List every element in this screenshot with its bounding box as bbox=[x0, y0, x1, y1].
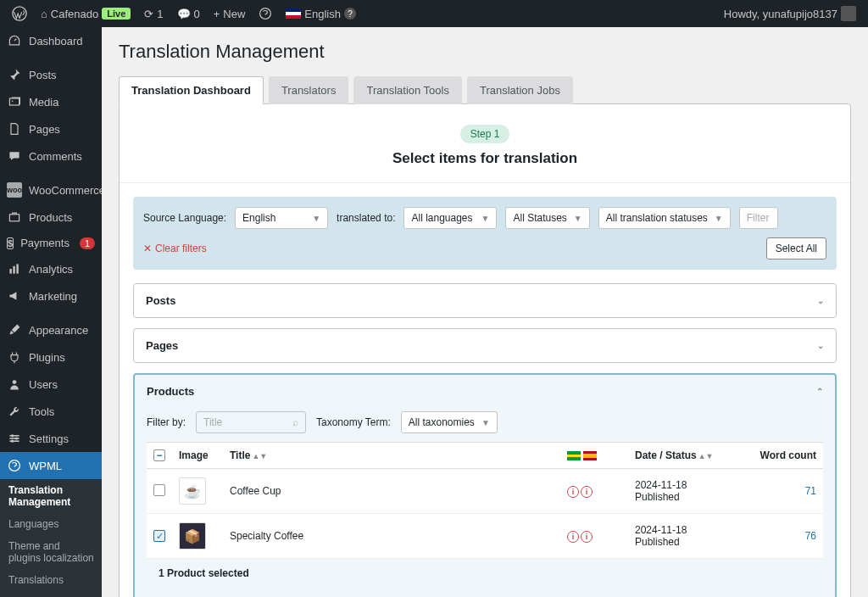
taxonomy-label: Taxonomy Term: bbox=[316, 416, 391, 428]
sidebar-label: WooCommerce bbox=[29, 184, 102, 197]
svg-point-14 bbox=[11, 440, 14, 443]
user-icon bbox=[7, 377, 22, 392]
sidebar-item-marketing[interactable]: Marketing bbox=[0, 282, 102, 310]
sub-translation-management[interactable]: Translation Management bbox=[0, 479, 102, 513]
svg-point-8 bbox=[13, 380, 17, 384]
select-all-button[interactable]: Select All bbox=[766, 237, 826, 259]
select-value: All taxonomies bbox=[409, 416, 475, 428]
sidebar-item-comments[interactable]: Comments bbox=[0, 142, 102, 170]
trans-status-select[interactable]: All translation statuses▼ bbox=[598, 207, 731, 229]
svg-rect-4 bbox=[9, 215, 19, 221]
tab-tools[interactable]: Translation Tools bbox=[353, 76, 462, 104]
sidebar-item-posts[interactable]: Posts bbox=[0, 61, 102, 88]
sidebar-label: Products bbox=[29, 211, 72, 224]
sidebar-item-analytics[interactable]: Analytics bbox=[0, 255, 102, 282]
col-title[interactable]: Title▲▼ bbox=[223, 443, 560, 469]
tab-translators[interactable]: Translators bbox=[269, 76, 349, 104]
products-table: Image Title▲▼ Date / Status▲▼ Word count… bbox=[147, 442, 823, 559]
step-badge: Step 1 bbox=[460, 125, 510, 143]
source-lang-select[interactable]: English▼ bbox=[235, 207, 328, 229]
spain-flag-icon bbox=[583, 451, 597, 460]
sub-menus-sync[interactable]: WP Menus Sync bbox=[0, 591, 102, 597]
sidebar-item-tools[interactable]: Tools bbox=[0, 398, 102, 425]
home-icon: ⌂ bbox=[41, 8, 47, 20]
sidebar-label: Comments bbox=[29, 150, 82, 163]
sidebar-label: Marketing bbox=[29, 290, 77, 303]
wrench-icon bbox=[7, 404, 22, 419]
search-icon: ⌕ bbox=[292, 416, 298, 428]
sub-theme-plugins[interactable]: Theme and plugins localization bbox=[0, 535, 102, 569]
sidebar-item-products[interactable]: Products bbox=[0, 204, 102, 231]
tab-jobs[interactable]: Translation Jobs bbox=[467, 76, 573, 104]
updates-link[interactable]: ⟳ 1 bbox=[139, 0, 168, 27]
products-icon bbox=[7, 209, 22, 225]
filter-input[interactable]: Filter bbox=[739, 207, 778, 229]
chevron-down-icon: ▼ bbox=[481, 214, 490, 223]
product-status: Published bbox=[635, 536, 740, 548]
sidebar-item-media[interactable]: Media bbox=[0, 88, 102, 115]
site-link[interactable]: ⌂ Cafenado Live bbox=[36, 0, 136, 27]
translation-status-icon[interactable]: i bbox=[581, 486, 593, 498]
language-switcher[interactable]: English ? bbox=[281, 0, 361, 27]
tab-dashboard[interactable]: Translation Dashboard bbox=[119, 76, 264, 104]
sidebar-item-wpml[interactable]: WPML bbox=[0, 452, 102, 479]
title-filter-input[interactable]: Title⌕ bbox=[196, 411, 306, 433]
translated-to-select[interactable]: All languages▼ bbox=[403, 207, 497, 229]
status-select[interactable]: All Statuses▼ bbox=[505, 207, 589, 229]
chevron-up-icon: ⌃ bbox=[816, 387, 823, 396]
word-count[interactable]: 71 bbox=[747, 469, 823, 514]
comments-link[interactable]: 💬 0 bbox=[172, 0, 205, 27]
lang-label: English bbox=[304, 8, 341, 20]
clear-filters[interactable]: ✕Clear filters bbox=[143, 243, 207, 254]
col-image: Image bbox=[172, 443, 223, 469]
section-posts: Posts⌄ bbox=[133, 283, 837, 318]
translation-status-icon[interactable]: i bbox=[567, 486, 579, 498]
account-link[interactable]: Howdy, yunafupijo8137 bbox=[719, 0, 861, 27]
sidebar-item-appearance[interactable]: Appearance bbox=[0, 316, 102, 343]
sidebar-item-woocommerce[interactable]: wooWooCommerce bbox=[0, 176, 102, 204]
wpml-icon bbox=[7, 458, 22, 473]
help-icon: ? bbox=[344, 8, 356, 20]
brazil-flag-icon bbox=[567, 451, 581, 460]
product-title[interactable]: Coffee Cup bbox=[223, 469, 560, 514]
product-title[interactable]: Specialty Coffee bbox=[223, 514, 560, 559]
section-products-header[interactable]: Products⌃ bbox=[135, 375, 835, 408]
sidebar-item-users[interactable]: Users bbox=[0, 371, 102, 398]
wp-logo[interactable] bbox=[7, 0, 32, 27]
row-checkbox[interactable] bbox=[153, 530, 165, 542]
taxonomy-select[interactable]: All taxonomies▼ bbox=[401, 411, 498, 433]
svg-point-12 bbox=[11, 434, 14, 437]
svg-point-3 bbox=[12, 100, 14, 102]
row-checkbox[interactable] bbox=[153, 484, 165, 496]
sidebar-item-settings[interactable]: Settings bbox=[0, 425, 102, 452]
col-date[interactable]: Date / Status▲▼ bbox=[628, 443, 747, 469]
sidebar-item-dashboard[interactable]: Dashboard bbox=[0, 27, 102, 54]
product-thumb: 📦 bbox=[179, 522, 206, 550]
sidebar-item-payments[interactable]: $Payments1 bbox=[0, 231, 102, 255]
section-pages-header[interactable]: Pages⌄ bbox=[134, 329, 836, 362]
sub-translations[interactable]: Translations bbox=[0, 569, 102, 591]
section-products: Products⌃ Filter by: Title⌕ Taxonomy Ter… bbox=[133, 373, 837, 597]
product-date: 2024-11-18 bbox=[635, 524, 740, 536]
pin-icon bbox=[7, 67, 22, 82]
chevron-down-icon: ▼ bbox=[715, 214, 723, 223]
settings-icon bbox=[7, 431, 22, 446]
section-posts-header[interactable]: Posts⌄ bbox=[134, 284, 836, 317]
sidebar-item-plugins[interactable]: Plugins bbox=[0, 343, 102, 371]
sidebar-label: Dashboard bbox=[29, 35, 83, 47]
sub-languages[interactable]: Languages bbox=[0, 513, 102, 535]
sidebar-label: Payments bbox=[20, 237, 70, 249]
howdy-text: Howdy, yunafupijo8137 bbox=[724, 8, 837, 20]
updates-count: 1 bbox=[157, 8, 163, 20]
selected-count: 1 Product selected bbox=[147, 559, 823, 588]
translation-status-icon[interactable]: i bbox=[567, 531, 579, 543]
new-link[interactable]: + New bbox=[209, 0, 251, 27]
payments-icon: $ bbox=[7, 237, 14, 249]
word-count[interactable]: 76 bbox=[747, 514, 823, 559]
translation-status-icon[interactable]: i bbox=[581, 531, 593, 543]
sidebar-item-pages[interactable]: Pages bbox=[0, 115, 102, 142]
select-all-checkbox[interactable] bbox=[153, 449, 165, 461]
section-title: Posts bbox=[146, 294, 175, 307]
wpml-adminbar[interactable] bbox=[253, 0, 277, 27]
uk-flag-icon bbox=[286, 8, 301, 19]
